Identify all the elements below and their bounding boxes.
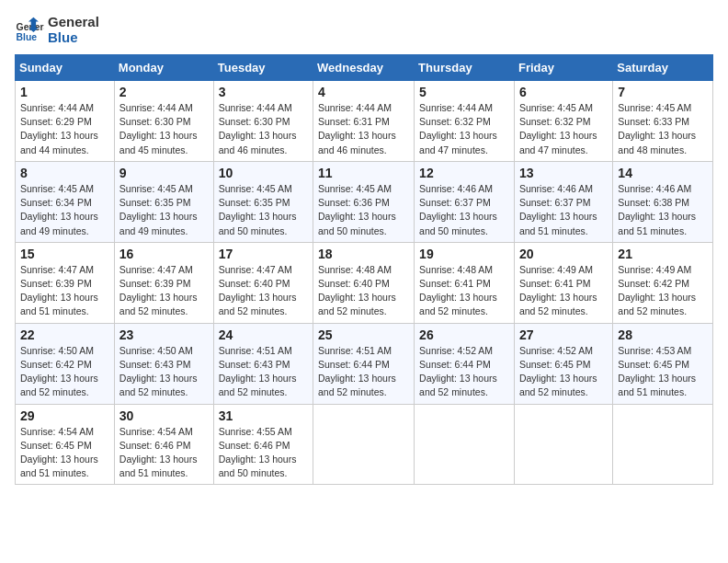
day-info: Sunrise: 4:45 AMSunset: 6:35 PMDaylight:…: [119, 182, 209, 238]
calendar-cell: 6 Sunrise: 4:45 AMSunset: 6:32 PMDayligh…: [514, 81, 612, 162]
calendar-cell: 29 Sunrise: 4:54 AMSunset: 6:45 PMDaylig…: [16, 404, 115, 485]
day-info: Sunrise: 4:44 AMSunset: 6:30 PMDaylight:…: [119, 101, 209, 157]
day-info: Sunrise: 4:45 AMSunset: 6:33 PMDaylight:…: [618, 101, 708, 157]
header: General Blue General Blue: [15, 15, 713, 45]
calendar-cell: 11 Sunrise: 4:45 AMSunset: 6:36 PMDaylig…: [313, 161, 415, 242]
day-number: 9: [119, 166, 209, 180]
day-info: Sunrise: 4:45 AMSunset: 6:35 PMDaylight:…: [219, 182, 308, 238]
day-number: 1: [20, 85, 109, 99]
header-day-thursday: Thursday: [415, 55, 515, 81]
calendar-week-4: 22 Sunrise: 4:50 AMSunset: 6:42 PMDaylig…: [16, 323, 713, 404]
calendar-header-row: SundayMondayTuesdayWednesdayThursdayFrid…: [16, 55, 713, 81]
day-info: Sunrise: 4:47 AMSunset: 6:39 PMDaylight:…: [20, 263, 109, 319]
day-number: 27: [519, 327, 608, 342]
day-info: Sunrise: 4:48 AMSunset: 6:41 PMDaylight:…: [419, 263, 509, 319]
day-number: 23: [119, 327, 209, 342]
day-info: Sunrise: 4:47 AMSunset: 6:40 PMDaylight:…: [219, 263, 308, 319]
day-info: Sunrise: 4:54 AMSunset: 6:45 PMDaylight:…: [20, 425, 109, 481]
calendar-cell: 31 Sunrise: 4:55 AMSunset: 6:46 PMDaylig…: [213, 404, 313, 485]
day-info: Sunrise: 4:51 AMSunset: 6:44 PMDaylight:…: [318, 344, 409, 400]
day-info: Sunrise: 4:44 AMSunset: 6:32 PMDaylight:…: [419, 101, 509, 157]
day-number: 17: [219, 247, 308, 261]
header-day-wednesday: Wednesday: [313, 55, 415, 81]
day-number: 26: [419, 327, 509, 342]
calendar-cell: 26 Sunrise: 4:52 AMSunset: 6:44 PMDaylig…: [415, 323, 515, 404]
day-info: Sunrise: 4:50 AMSunset: 6:43 PMDaylight:…: [119, 344, 209, 400]
calendar-week-5: 29 Sunrise: 4:54 AMSunset: 6:45 PMDaylig…: [16, 404, 713, 485]
calendar-week-3: 15 Sunrise: 4:47 AMSunset: 6:39 PMDaylig…: [16, 242, 713, 323]
calendar-cell: 28 Sunrise: 4:53 AMSunset: 6:45 PMDaylig…: [613, 323, 713, 404]
day-info: Sunrise: 4:45 AMSunset: 6:34 PMDaylight:…: [20, 182, 109, 238]
calendar-cell: [313, 404, 415, 485]
day-info: Sunrise: 4:45 AMSunset: 6:32 PMDaylight:…: [519, 101, 608, 157]
day-number: 14: [618, 166, 708, 180]
calendar-cell: 16 Sunrise: 4:47 AMSunset: 6:39 PMDaylig…: [114, 242, 213, 323]
day-info: Sunrise: 4:49 AMSunset: 6:41 PMDaylight:…: [519, 263, 608, 319]
day-info: Sunrise: 4:48 AMSunset: 6:40 PMDaylight:…: [318, 263, 409, 319]
day-info: Sunrise: 4:46 AMSunset: 6:38 PMDaylight:…: [618, 182, 708, 238]
day-number: 28: [618, 327, 708, 342]
calendar-table: SundayMondayTuesdayWednesdayThursdayFrid…: [15, 54, 713, 485]
day-info: Sunrise: 4:54 AMSunset: 6:46 PMDaylight:…: [119, 425, 209, 481]
calendar-cell: 10 Sunrise: 4:45 AMSunset: 6:35 PMDaylig…: [213, 161, 313, 242]
header-day-friday: Friday: [514, 55, 612, 81]
calendar-cell: [613, 404, 713, 485]
day-info: Sunrise: 4:51 AMSunset: 6:43 PMDaylight:…: [219, 344, 308, 400]
day-number: 30: [119, 408, 209, 423]
logo-icon: General Blue: [15, 16, 44, 45]
day-info: Sunrise: 4:44 AMSunset: 6:29 PMDaylight:…: [20, 101, 109, 157]
calendar-body: 1 Sunrise: 4:44 AMSunset: 6:29 PMDayligh…: [16, 81, 713, 485]
calendar-cell: [514, 404, 612, 485]
calendar-cell: 5 Sunrise: 4:44 AMSunset: 6:32 PMDayligh…: [415, 81, 515, 162]
day-number: 2: [119, 85, 209, 99]
calendar-cell: 13 Sunrise: 4:46 AMSunset: 6:37 PMDaylig…: [514, 161, 612, 242]
day-number: 16: [119, 247, 209, 261]
calendar-cell: 27 Sunrise: 4:52 AMSunset: 6:45 PMDaylig…: [514, 323, 612, 404]
header-day-saturday: Saturday: [613, 55, 713, 81]
day-number: 10: [219, 166, 308, 180]
day-info: Sunrise: 4:47 AMSunset: 6:39 PMDaylight:…: [119, 263, 209, 319]
calendar-cell: 14 Sunrise: 4:46 AMSunset: 6:38 PMDaylig…: [613, 161, 713, 242]
logo-general: General: [48, 15, 99, 30]
day-number: 29: [20, 408, 109, 423]
calendar-cell: 1 Sunrise: 4:44 AMSunset: 6:29 PMDayligh…: [16, 81, 115, 162]
day-number: 12: [419, 166, 509, 180]
calendar-cell: 12 Sunrise: 4:46 AMSunset: 6:37 PMDaylig…: [415, 161, 515, 242]
day-info: Sunrise: 4:53 AMSunset: 6:45 PMDaylight:…: [618, 344, 708, 400]
day-info: Sunrise: 4:46 AMSunset: 6:37 PMDaylight:…: [419, 182, 509, 238]
day-info: Sunrise: 4:46 AMSunset: 6:37 PMDaylight:…: [519, 182, 608, 238]
day-info: Sunrise: 4:55 AMSunset: 6:46 PMDaylight:…: [219, 425, 308, 481]
day-info: Sunrise: 4:52 AMSunset: 6:44 PMDaylight:…: [419, 344, 509, 400]
calendar-week-2: 8 Sunrise: 4:45 AMSunset: 6:34 PMDayligh…: [16, 161, 713, 242]
day-number: 22: [20, 327, 109, 342]
calendar-cell: 24 Sunrise: 4:51 AMSunset: 6:43 PMDaylig…: [213, 323, 313, 404]
day-number: 24: [219, 327, 308, 342]
day-number: 25: [318, 327, 409, 342]
day-number: 11: [318, 166, 409, 180]
calendar-cell: 20 Sunrise: 4:49 AMSunset: 6:41 PMDaylig…: [514, 242, 612, 323]
calendar-cell: [415, 404, 515, 485]
calendar-cell: 30 Sunrise: 4:54 AMSunset: 6:46 PMDaylig…: [114, 404, 213, 485]
calendar-cell: 8 Sunrise: 4:45 AMSunset: 6:34 PMDayligh…: [16, 161, 115, 242]
day-info: Sunrise: 4:44 AMSunset: 6:30 PMDaylight:…: [219, 101, 308, 157]
day-number: 7: [618, 85, 708, 99]
day-number: 18: [318, 247, 409, 261]
day-info: Sunrise: 4:52 AMSunset: 6:45 PMDaylight:…: [519, 344, 608, 400]
svg-text:Blue: Blue: [17, 32, 38, 42]
day-number: 8: [20, 166, 109, 180]
day-info: Sunrise: 4:49 AMSunset: 6:42 PMDaylight:…: [618, 263, 708, 319]
day-number: 31: [219, 408, 308, 423]
calendar-cell: 15 Sunrise: 4:47 AMSunset: 6:39 PMDaylig…: [16, 242, 115, 323]
day-number: 19: [419, 247, 509, 261]
header-day-sunday: Sunday: [16, 55, 115, 81]
header-day-monday: Monday: [114, 55, 213, 81]
day-number: 20: [519, 247, 608, 261]
calendar-cell: 18 Sunrise: 4:48 AMSunset: 6:40 PMDaylig…: [313, 242, 415, 323]
calendar-cell: 21 Sunrise: 4:49 AMSunset: 6:42 PMDaylig…: [613, 242, 713, 323]
day-number: 13: [519, 166, 608, 180]
day-number: 15: [20, 247, 109, 261]
calendar-cell: 9 Sunrise: 4:45 AMSunset: 6:35 PMDayligh…: [114, 161, 213, 242]
calendar-cell: 22 Sunrise: 4:50 AMSunset: 6:42 PMDaylig…: [16, 323, 115, 404]
logo: General Blue General Blue: [15, 15, 99, 45]
day-number: 5: [419, 85, 509, 99]
